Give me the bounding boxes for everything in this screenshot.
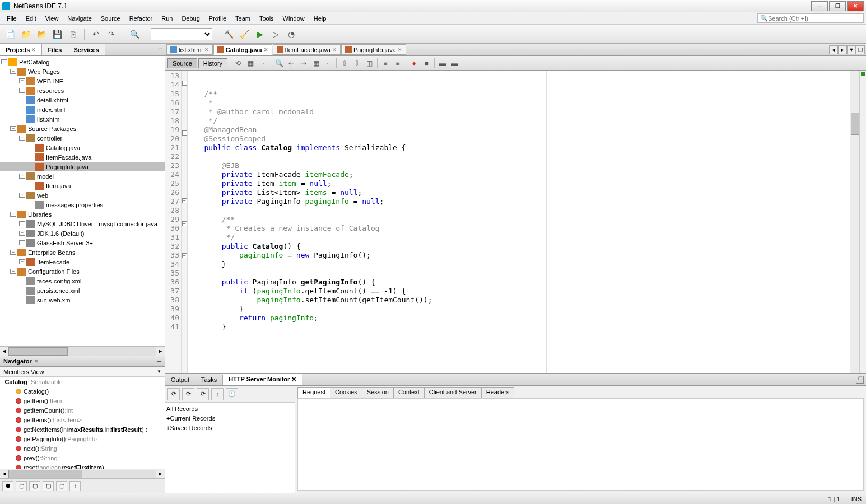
- expander-icon[interactable]: +: [19, 231, 25, 236]
- record-macro-button[interactable]: ●: [408, 58, 420, 69]
- tree-hscrollbar[interactable]: ◄►: [0, 346, 165, 356]
- tree-label[interactable]: Enterprise Beans: [28, 249, 75, 256]
- nav-button[interactable]: ▢: [43, 481, 54, 491]
- tree-label[interactable]: ItemFacade: [37, 259, 69, 265]
- profile-button[interactable]: ◔: [285, 27, 298, 41]
- tree-label[interactable]: PagingInfo.java: [46, 164, 89, 170]
- tree-label[interactable]: web: [37, 192, 48, 199]
- toolbar-button[interactable]: ⟲: [232, 58, 244, 69]
- expander-icon[interactable]: +: [19, 88, 25, 93]
- code-content[interactable]: /** * * @author carol mcdonald */ @Manag…: [188, 71, 850, 373]
- expander-icon[interactable]: +: [19, 259, 25, 264]
- toolbar-button[interactable]: ▫: [323, 58, 334, 69]
- toolbar-button[interactable]: ≡: [392, 58, 403, 69]
- tree-label[interactable]: Catalog.java: [46, 144, 80, 151]
- editor-tab[interactable]: list.xhtml✕: [166, 44, 213, 55]
- menu-navigate[interactable]: Navigate: [63, 14, 96, 23]
- records-tree[interactable]: All Records +Current Records +Saved Reco…: [165, 403, 295, 493]
- next-button[interactable]: ⇒: [298, 58, 309, 69]
- tree-label[interactable]: Source Packages: [28, 125, 76, 132]
- reload-button[interactable]: ⟳: [167, 388, 180, 400]
- new-project-button[interactable]: 📁: [19, 27, 32, 41]
- tree-label[interactable]: Configuration Files: [28, 268, 80, 275]
- member-label[interactable]: getPagingInfo(): [24, 436, 66, 442]
- stop-macro-button[interactable]: ■: [421, 58, 432, 69]
- tab-maximize-button[interactable]: ❐: [856, 45, 865, 54]
- tree-label[interactable]: GlassFish Server 3+: [37, 240, 93, 246]
- subtab-cookies[interactable]: Cookies: [330, 387, 362, 398]
- menu-team[interactable]: Team: [231, 14, 255, 23]
- tree-label[interactable]: WEB-INF: [37, 78, 63, 85]
- panel-minimize-button[interactable]: ─: [157, 358, 161, 365]
- editor-vscrollbar[interactable]: [850, 71, 859, 373]
- menu-profile[interactable]: Profile: [204, 14, 231, 23]
- navigator-tree[interactable]: −Catalog :: Serializable Catalog() getIt…: [0, 377, 165, 469]
- menu-debug[interactable]: Debug: [177, 14, 204, 23]
- tree-label[interactable]: controller: [37, 135, 62, 142]
- clean-build-button[interactable]: 🧹: [238, 27, 251, 41]
- close-button[interactable]: ✕: [847, 1, 864, 11]
- maximize-button[interactable]: ❐: [829, 1, 846, 11]
- tree-label[interactable]: Libraries: [28, 211, 52, 218]
- close-icon[interactable]: ✕: [332, 47, 337, 53]
- subtab-client-server[interactable]: Client and Server: [424, 387, 482, 398]
- expander-icon[interactable]: −: [19, 174, 25, 179]
- tree-label[interactable]: ItemFacade.java: [46, 154, 91, 161]
- tree-label[interactable]: Current Records: [170, 415, 215, 422]
- open-project-button[interactable]: 📂: [35, 27, 48, 41]
- fold-gutter[interactable]: − − − − −: [182, 71, 188, 373]
- menu-file[interactable]: File: [2, 14, 21, 23]
- tab-tasks[interactable]: Tasks: [195, 375, 223, 385]
- tree-label[interactable]: messages.properties: [46, 202, 103, 208]
- subtab-context[interactable]: Context: [393, 387, 425, 398]
- menu-tools[interactable]: Tools: [255, 14, 278, 23]
- tree-label[interactable]: Item.java: [46, 183, 71, 189]
- run-button[interactable]: ▶: [253, 27, 267, 41]
- subtab-headers[interactable]: Headers: [481, 387, 515, 398]
- editor-tab[interactable]: PagingInfo.java✕: [341, 44, 406, 55]
- close-icon[interactable]: ✕: [204, 47, 209, 53]
- panel-minimize-button[interactable]: ─: [156, 44, 165, 55]
- toolbar-button[interactable]: ▦: [310, 58, 322, 69]
- tree-label[interactable]: JDK 1.6 (Default): [37, 230, 84, 237]
- monitor-button[interactable]: ⟳: [197, 388, 209, 400]
- toolbar-button[interactable]: ≡: [380, 58, 391, 69]
- expander-icon[interactable]: −: [10, 269, 16, 274]
- time-button[interactable]: 🕐: [226, 388, 238, 400]
- expander-icon[interactable]: −: [19, 136, 25, 141]
- toolbar-button[interactable]: ⇧: [339, 58, 350, 69]
- nav-button[interactable]: ▢: [29, 481, 40, 491]
- debug-button[interactable]: ▷: [269, 27, 282, 41]
- subtab-session[interactable]: Session: [362, 387, 394, 398]
- tab-http-monitor[interactable]: HTTP Server Monitor ✕: [223, 374, 302, 385]
- tree-label[interactable]: list.xhtml: [37, 116, 61, 123]
- tab-output[interactable]: Output: [165, 375, 195, 385]
- tree-label[interactable]: MySQL JDBC Driver - mysql-connector-java: [37, 221, 157, 227]
- code-editor[interactable]: 1314151617181920212223242526272829303132…: [165, 71, 866, 373]
- tree-label[interactable]: All Records: [166, 405, 198, 412]
- build-button[interactable]: 🔨: [222, 27, 235, 41]
- source-view-button[interactable]: Source: [167, 58, 197, 68]
- quick-search[interactable]: 🔍: [757, 13, 864, 23]
- history-view-button[interactable]: History: [198, 58, 227, 68]
- nav-filter-button[interactable]: ⬢: [2, 481, 13, 491]
- navigator-view-select[interactable]: Members View▼: [0, 367, 165, 377]
- close-icon[interactable]: ✕: [291, 376, 296, 382]
- member-label[interactable]: Catalog(): [24, 388, 49, 395]
- save-all-button[interactable]: ⎘: [66, 27, 80, 41]
- subtab-request[interactable]: Request: [297, 387, 330, 398]
- menu-refactor[interactable]: Refactor: [125, 14, 157, 23]
- redo-button[interactable]: ↷: [105, 27, 118, 41]
- close-icon[interactable]: ✕: [34, 358, 39, 364]
- nav-button[interactable]: ▢: [16, 481, 27, 491]
- config-combo[interactable]: [151, 28, 212, 40]
- sort-button[interactable]: ↕: [211, 388, 224, 400]
- undo-button[interactable]: ↶: [89, 27, 103, 41]
- close-icon[interactable]: ✕: [31, 47, 36, 53]
- tree-label[interactable]: index.html: [37, 106, 65, 113]
- tree-label[interactable]: PetCatalog: [19, 59, 49, 66]
- menu-run[interactable]: Run: [157, 14, 177, 23]
- toolbar-button[interactable]: ▦: [245, 58, 256, 69]
- expander-icon[interactable]: −: [10, 250, 16, 255]
- save-button[interactable]: 💾: [50, 27, 64, 41]
